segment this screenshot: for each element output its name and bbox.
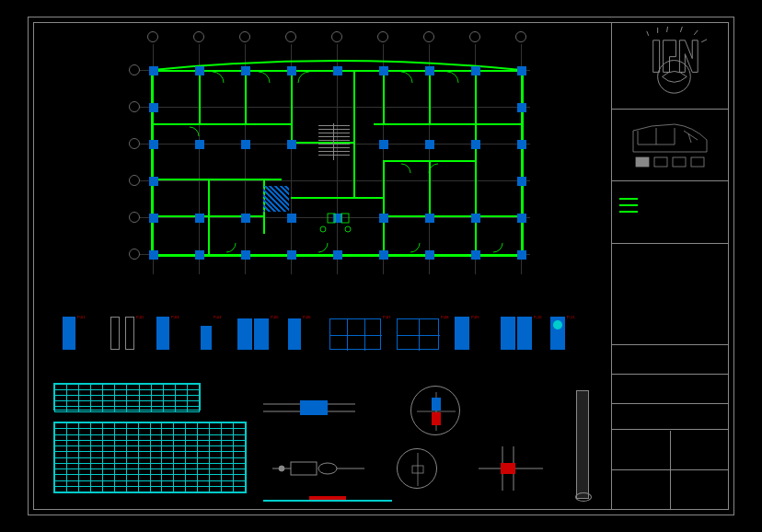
grid-bubble (129, 249, 140, 260)
svg-rect-5 (328, 214, 335, 223)
logo-cell (612, 22, 729, 110)
title-block (611, 22, 729, 510)
vertical-bar-detail (576, 390, 589, 499)
notes-cell (612, 244, 729, 345)
door-detail: P-11 (548, 313, 585, 355)
svg-rect-16 (291, 462, 317, 475)
svg-rect-2 (654, 157, 667, 167)
detail-section (254, 386, 604, 505)
window-detail: P-08 (397, 313, 443, 355)
door-detail: P-05 (236, 313, 276, 355)
door-detail: P-09 (453, 313, 490, 355)
info-cell (612, 404, 729, 430)
svg-rect-4 (691, 157, 704, 167)
legend-item (619, 204, 638, 206)
svg-rect-14 (432, 398, 441, 411)
legend-item (619, 198, 638, 200)
svg-point-8 (345, 226, 351, 232)
svg-rect-11 (300, 400, 328, 415)
svg-rect-15 (432, 412, 441, 425)
svg-point-7 (320, 226, 326, 232)
svg-point-17 (318, 463, 337, 474)
svg-rect-6 (341, 214, 349, 223)
door-detail: P-02 (107, 313, 144, 355)
floor-plan (144, 31, 539, 289)
legend-cell (612, 181, 729, 244)
circle-detail (397, 448, 437, 489)
schedule-table-2 (53, 422, 247, 493)
door-detail: P-03 (155, 313, 191, 355)
door-detail: P-06 (286, 313, 323, 355)
ipn-logo-icon (612, 22, 729, 109)
door-detail: P-04 (199, 313, 236, 355)
door-detail: P-10 (499, 313, 539, 355)
svg-point-20 (279, 466, 284, 471)
door-detail: P-01 (61, 313, 98, 355)
svg-rect-1 (636, 157, 649, 167)
grid-bubble (129, 64, 140, 75)
svg-rect-25 (501, 463, 515, 474)
project-cell (612, 345, 729, 375)
keyplan-cell (612, 110, 729, 181)
grid-bubble (129, 175, 140, 186)
grid-bubble (129, 212, 140, 223)
schedule-table-1 (53, 383, 201, 411)
drawing-area: P-01 P-02 P-03 P-04 P-05 P-06 (33, 22, 611, 510)
door-elevation-row: P-01 P-02 P-03 P-04 P-05 P-06 (52, 307, 604, 363)
circle-detail (410, 386, 460, 435)
sheet-cell (612, 375, 729, 404)
window-detail: P-07 (329, 313, 385, 355)
grid-bubble (129, 138, 140, 149)
keyplan (619, 117, 721, 172)
legend-item (619, 211, 638, 213)
signature-cell (612, 431, 729, 510)
svg-rect-3 (673, 157, 686, 167)
grid-bubble (129, 101, 140, 112)
